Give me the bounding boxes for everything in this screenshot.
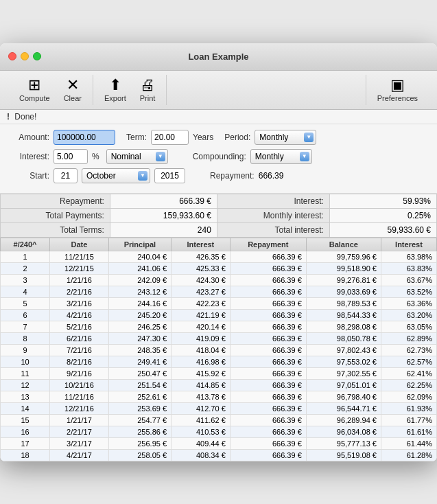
header-row: #/240^ Date Principal Interest Repayment…: [1, 238, 437, 251]
total-payments-value: 159,933.60 €: [110, 208, 217, 222]
table-cell: 241.06 €: [108, 262, 171, 274]
start-label: Start:: [8, 171, 49, 181]
table-cell: 63.52%: [381, 286, 436, 297]
table-cell: 98,544.33 €: [306, 309, 381, 321]
table-row: 173/21/17256.95 €409.44 €666.39 €95,777.…: [1, 437, 437, 449]
table-cell: 411.62 €: [172, 414, 231, 426]
start-day-input[interactable]: [54, 168, 78, 183]
table-cell: 97,553.02 €: [306, 356, 381, 367]
start-year-input[interactable]: [154, 168, 185, 183]
term-label: Term:: [126, 133, 147, 142]
table-row: 53/21/16244.16 €422.23 €666.39 €98,789.5…: [1, 297, 437, 309]
table-cell: 63.36%: [381, 297, 436, 309]
close-button[interactable]: [8, 52, 16, 60]
table-cell: 666.39 €: [230, 367, 306, 379]
table-cell: 254.77 €: [108, 414, 171, 426]
years-label: Years: [193, 133, 213, 142]
compounding-label: Compounding:: [193, 152, 246, 161]
maximize-button[interactable]: [33, 52, 41, 60]
preferences-button[interactable]: ▣ Preferences: [372, 75, 423, 105]
table-cell: 5: [1, 297, 50, 309]
table-cell: 14: [1, 402, 50, 414]
table-cell: 666.39 €: [230, 449, 306, 461]
table-cell: 421.19 €: [172, 309, 231, 321]
table-row: 184/21/17258.05 €408.34 €666.39 €95,519.…: [1, 449, 437, 461]
summary-row-3: Total Terms: 240 Total interest: 59,933.…: [1, 222, 437, 237]
export-button[interactable]: ⬆ Export: [99, 75, 132, 105]
table-cell: 63.83%: [381, 262, 436, 274]
table-cell: 5/21/16: [50, 321, 109, 332]
term-input[interactable]: [151, 130, 189, 145]
compute-button[interactable]: ⊞ Compute: [14, 75, 56, 105]
table-cell: 61.28%: [381, 449, 436, 461]
table-cell: 424.30 €: [172, 274, 231, 286]
table-cell: 249.41 €: [108, 356, 171, 367]
table-cell: 16: [1, 426, 50, 437]
table-cell: 425.33 €: [172, 262, 231, 274]
clear-label: Clear: [64, 94, 82, 102]
form-row-1: Amount: Term: Years Period: Monthly Week…: [8, 130, 429, 145]
nominal-select-wrapper: Nominal Effective: [106, 149, 168, 164]
toolbar-group-right: ▣ Preferences: [366, 75, 429, 105]
table-cell: 243.12 €: [108, 286, 171, 297]
table-cell: 17: [1, 437, 50, 449]
table-cell: 95,777.13 €: [306, 437, 381, 449]
table-cell: 666.39 €: [230, 344, 306, 356]
table-cell: 63.98%: [381, 251, 436, 262]
interest-input[interactable]: [54, 149, 88, 164]
percent-label: %: [92, 152, 99, 161]
table-row: 111/21/15240.04 €426.35 €666.39 €99,759.…: [1, 251, 437, 262]
clear-button[interactable]: ✕ Clear: [58, 75, 87, 105]
data-table-container[interactable]: #/240^ Date Principal Interest Repayment…: [0, 238, 437, 461]
table-cell: 62.73%: [381, 344, 436, 356]
table-row: 119/21/16250.47 €415.92 €666.39 €97,302.…: [1, 367, 437, 379]
table-row: 162/21/17255.86 €410.53 €666.39 €96,034.…: [1, 426, 437, 437]
table-cell: 666.39 €: [230, 356, 306, 367]
table-cell: 422.23 €: [172, 297, 231, 309]
table-cell: 12/21/16: [50, 402, 109, 414]
table-row: 97/21/16248.35 €418.04 €666.39 €97,802.4…: [1, 344, 437, 356]
start-month-select[interactable]: October January February March April May…: [82, 168, 150, 183]
interest-summary-value: 59.93%: [329, 194, 436, 208]
table-cell: 6/21/16: [50, 332, 109, 344]
table-cell: 414.85 €: [172, 379, 231, 391]
table-cell: 4: [1, 286, 50, 297]
total-terms-value: 240: [110, 222, 217, 237]
table-row: 1412/21/16253.69 €412.70 €666.39 €96,544…: [1, 402, 437, 414]
table-cell: 11/21/16: [50, 391, 109, 402]
amount-input[interactable]: [54, 130, 115, 145]
print-button[interactable]: 🖨 Print: [134, 75, 161, 105]
repayment-summary-value: 666.39 €: [110, 194, 217, 208]
table-cell: 420.14 €: [172, 321, 231, 332]
table-cell: 3: [1, 274, 50, 286]
compounding-select-wrapper: Monthly Weekly Yearly: [250, 149, 312, 164]
nominal-select[interactable]: Nominal Effective: [106, 149, 168, 164]
clear-icon: ✕: [67, 78, 79, 93]
form-row-3: Start: October January February March Ap…: [8, 168, 429, 183]
period-select[interactable]: Monthly Weekly Yearly: [255, 130, 316, 145]
table-cell: 8/21/16: [50, 356, 109, 367]
table-cell: 3/21/16: [50, 297, 109, 309]
table-cell: 99,518.90 €: [306, 262, 381, 274]
table-cell: 12: [1, 379, 50, 391]
table-cell: 10: [1, 356, 50, 367]
summary-row-1: Repayment: 666.39 € Interest: 59.93%: [1, 194, 437, 208]
table-cell: 250.47 €: [108, 367, 171, 379]
table-cell: 62.57%: [381, 356, 436, 367]
toolbar: ⊞ Compute ✕ Clear ⬆ Export 🖨 Print ▣ Pre…: [0, 71, 437, 110]
table-cell: 97,802.43 €: [306, 344, 381, 356]
interest-label: Interest:: [8, 152, 49, 161]
minimize-button[interactable]: [21, 52, 29, 60]
period-label: Period:: [224, 133, 250, 142]
export-label: Export: [104, 94, 126, 102]
table-cell: 258.05 €: [108, 449, 171, 461]
compounding-select[interactable]: Monthly Weekly Yearly: [250, 149, 312, 164]
table-cell: 97,051.01 €: [306, 379, 381, 391]
table-cell: 13: [1, 391, 50, 402]
table-cell: 62.25%: [381, 379, 436, 391]
table-cell: 255.86 €: [108, 426, 171, 437]
table-cell: 95,519.08 €: [306, 449, 381, 461]
table-cell: 408.34 €: [172, 449, 231, 461]
table-cell: 6: [1, 309, 50, 321]
col-header-balance: Balance: [306, 238, 381, 251]
